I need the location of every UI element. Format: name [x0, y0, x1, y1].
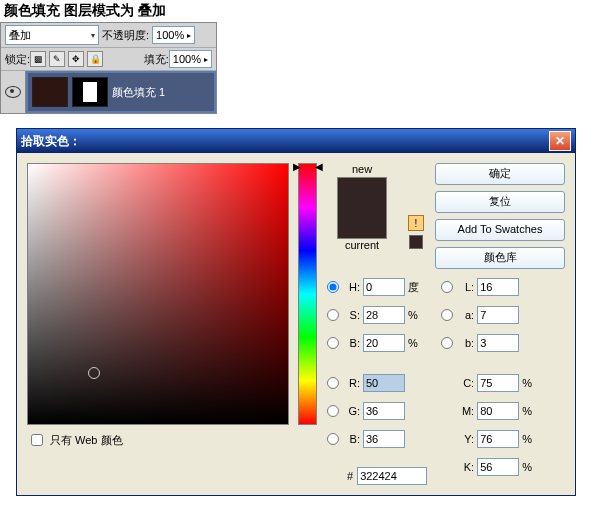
lock-all-icon[interactable]: 🔒: [87, 51, 103, 67]
lock-position-icon[interactable]: ✥: [68, 51, 84, 67]
opacity-label: 不透明度:: [102, 28, 149, 43]
layers-list: 颜色填充 1: [1, 71, 216, 113]
fill-input[interactable]: 100% ▸: [169, 50, 212, 68]
lock-transparency-icon[interactable]: ▩: [30, 51, 46, 67]
blend-mode-select[interactable]: 叠加 ▾: [5, 25, 99, 45]
lock-pixels-icon[interactable]: ✎: [49, 51, 65, 67]
layers-panel: 叠加 ▾ 不透明度: 100% ▸ 锁定: ▩ ✎ ✥ 🔒 填充: 100% ▸…: [0, 22, 217, 114]
opacity-value: 100%: [156, 29, 184, 41]
annotation-text: 颜色填充 图层模式为 叠加: [0, 0, 610, 22]
opacity-input[interactable]: 100% ▸: [152, 26, 195, 44]
arrow-icon: ▸: [187, 31, 191, 40]
visibility-column[interactable]: [1, 71, 26, 113]
fill-value: 100%: [173, 53, 201, 65]
layer-mask-thumbnail: [72, 77, 108, 107]
layer-name: 颜色填充 1: [112, 85, 165, 100]
blend-mode-value: 叠加: [9, 28, 31, 43]
lock-fill-row: 锁定: ▩ ✎ ✥ 🔒 填充: 100% ▸: [1, 48, 216, 71]
chevron-down-icon: ▾: [91, 31, 95, 40]
blend-opacity-row: 叠加 ▾ 不透明度: 100% ▸: [1, 23, 216, 48]
fill-label: 填充:: [144, 52, 169, 67]
layer-thumbnail: [32, 77, 68, 107]
lock-label: 锁定:: [5, 52, 30, 67]
layer-row[interactable]: 颜色填充 1: [26, 71, 216, 113]
lock-icons: ▩ ✎ ✥ 🔒: [30, 51, 103, 67]
eye-icon: [5, 86, 21, 98]
arrow-icon: ▸: [204, 55, 208, 64]
